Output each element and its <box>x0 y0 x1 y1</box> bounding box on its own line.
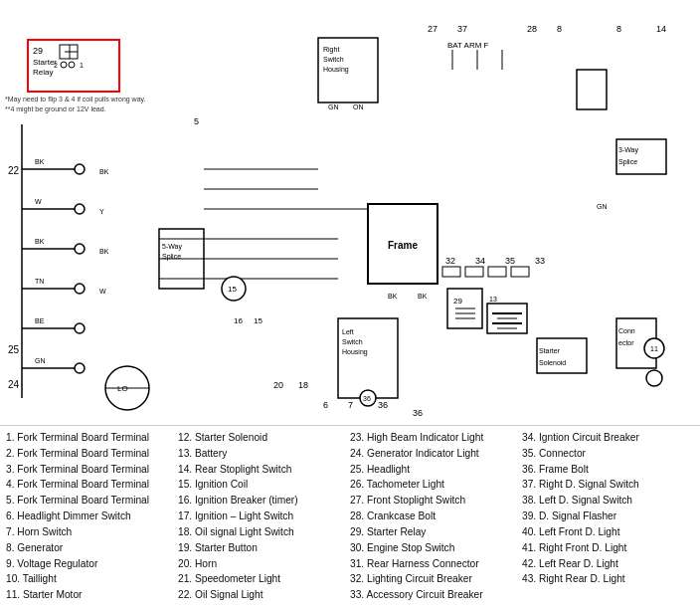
legend-item: 43. Right Rear D. Light <box>522 571 690 587</box>
svg-point-111 <box>646 370 662 386</box>
legend-item: 20. Horn <box>178 556 346 572</box>
svg-rect-85 <box>537 338 587 373</box>
legend-item: 17. Ignition – Light Switch <box>178 509 346 524</box>
legend-item: 21. Speedometer Light <box>178 571 346 587</box>
legend-item: 6. Headlight Dimmer Switch <box>6 509 174 524</box>
legend-item: 23. High Beam Indicator Light <box>350 430 518 446</box>
svg-text:8: 8 <box>557 24 562 34</box>
diagram-svg: 29 Starter Relay 1 2 *May need to flip 3… <box>0 8 700 425</box>
legend-col-1: 1. Fork Terminal Board Terminal2. Fork T… <box>6 430 178 603</box>
legend-item: 4. Fork Terminal Board Terminal <box>6 477 174 493</box>
svg-text:Housing: Housing <box>323 66 349 74</box>
legend-item: 7. Horn Switch <box>6 524 174 540</box>
svg-text:Switch: Switch <box>323 56 344 63</box>
legend-item: 15. Ignition Coil <box>178 477 346 493</box>
svg-text:37: 37 <box>457 24 467 34</box>
legend-item: 22. Oil Signal Light <box>178 587 346 603</box>
svg-text:ector: ector <box>618 339 634 346</box>
legend-item: 19. Starter Button <box>178 540 346 556</box>
svg-rect-108 <box>511 267 529 277</box>
svg-text:Starter: Starter <box>539 347 561 354</box>
svg-text:22: 22 <box>8 165 20 176</box>
svg-text:15: 15 <box>254 316 262 325</box>
svg-text:32: 32 <box>445 256 455 266</box>
svg-text:29: 29 <box>453 297 462 306</box>
legend-item: 25. Headlight <box>350 462 518 478</box>
svg-rect-105 <box>442 267 460 277</box>
svg-text:11: 11 <box>650 345 658 352</box>
legend-item: 41. Right Front D. Light <box>522 540 690 556</box>
page-title <box>0 0 700 8</box>
svg-text:33: 33 <box>535 256 545 266</box>
svg-rect-55 <box>577 70 607 109</box>
svg-rect-106 <box>465 267 483 277</box>
svg-text:TN: TN <box>35 278 44 285</box>
svg-text:14: 14 <box>656 24 666 34</box>
legend-item: 28. Crankcase Bolt <box>350 509 518 524</box>
legend-item: 26. Tachometer Light <box>350 477 518 493</box>
legend-item: 33. Accessory Circuit Breaker <box>350 587 518 603</box>
legend-item: 31. Rear Harness Connector <box>350 556 518 572</box>
svg-text:24: 24 <box>8 379 20 390</box>
legend-item: 37. Right D. Signal Switch <box>522 477 690 493</box>
svg-text:Right: Right <box>323 46 339 54</box>
svg-text:BAT ARM  F: BAT ARM F <box>447 41 489 50</box>
svg-text:16: 16 <box>234 316 243 325</box>
svg-text:36: 36 <box>363 395 371 402</box>
page-container: 29 Starter Relay 1 2 *May need to flip 3… <box>0 0 700 612</box>
legend-item: 8. Generator <box>6 540 174 556</box>
svg-point-25 <box>75 204 85 214</box>
svg-text:BK: BK <box>418 293 428 300</box>
svg-text:W: W <box>35 198 42 205</box>
svg-text:29: 29 <box>33 46 43 56</box>
legend-item: 36. Frame Bolt <box>522 462 690 478</box>
legend-col-4: 34. Igntion Circuit Breaker35. Connector… <box>522 430 694 603</box>
legend-item: 18. Oil signal Light Switch <box>178 524 346 540</box>
svg-text:**4 might be ground or 12V lea: **4 might be ground or 12V lead. <box>5 105 106 113</box>
svg-text:Left: Left <box>342 328 354 335</box>
svg-text:W: W <box>99 288 106 295</box>
svg-text:8: 8 <box>616 24 621 34</box>
svg-text:GN: GN <box>328 103 339 110</box>
legend-item: 39. D. Signal Flasher <box>522 509 690 524</box>
legend-item: 32. Lighting Circuit Breaker <box>350 571 518 587</box>
svg-text:1: 1 <box>80 62 84 69</box>
svg-text:34: 34 <box>475 256 485 266</box>
wiring-diagram: 29 Starter Relay 1 2 *May need to flip 3… <box>0 8 700 426</box>
legend-item: 2. Fork Terminal Board Terminal <box>6 446 174 462</box>
svg-point-27 <box>75 284 85 294</box>
svg-text:36: 36 <box>378 400 388 410</box>
svg-text:27: 27 <box>428 24 438 34</box>
svg-text:20: 20 <box>273 380 283 390</box>
svg-text:36: 36 <box>413 408 423 418</box>
legend-item: 5. Fork Terminal Board Terminal <box>6 493 174 509</box>
svg-text:Frame: Frame <box>388 240 418 251</box>
svg-text:BK: BK <box>35 238 45 245</box>
svg-text:BK: BK <box>99 168 109 175</box>
legend-item: 24. Generator Indicator Light <box>350 446 518 462</box>
legend-item: 38. Left D. Signal Switch <box>522 493 690 509</box>
legend-area: 1. Fork Terminal Board Terminal2. Fork T… <box>0 426 700 605</box>
legend-col-3: 23. High Beam Indicator Light24. Generat… <box>350 430 522 603</box>
legend-item: 12. Starter Solenoid <box>178 430 346 446</box>
svg-point-29 <box>75 363 85 373</box>
svg-text:Conn: Conn <box>618 327 635 334</box>
legend-item: 1. Fork Terminal Board Terminal <box>6 430 174 446</box>
svg-text:BK: BK <box>388 293 398 300</box>
legend-item: 14. Rear Stoplight Switch <box>178 462 346 478</box>
svg-rect-56 <box>616 139 666 174</box>
legend-item: 13. Battery <box>178 446 346 462</box>
svg-text:25: 25 <box>8 344 20 355</box>
legend-item: 11. Starter Motor <box>6 587 174 603</box>
svg-text:Switch: Switch <box>342 338 363 345</box>
legend-item: 30. Engine Stop Switch <box>350 540 518 556</box>
svg-text:13: 13 <box>489 296 497 303</box>
legend-item: 3. Fork Terminal Board Terminal <box>6 462 174 478</box>
legend-item: 9. Voltage Regulator <box>6 556 174 572</box>
svg-text:6: 6 <box>323 400 328 410</box>
svg-text:Relay: Relay <box>33 68 53 77</box>
svg-text:GN: GN <box>597 203 608 210</box>
svg-text:*May need to flip 3 & 4 if coi: *May need to flip 3 & 4 if coil pulls wr… <box>5 96 146 103</box>
legend-item: 16. Ignition Breaker (timer) <box>178 493 346 509</box>
legend-item: 10. Taillight <box>6 571 174 587</box>
